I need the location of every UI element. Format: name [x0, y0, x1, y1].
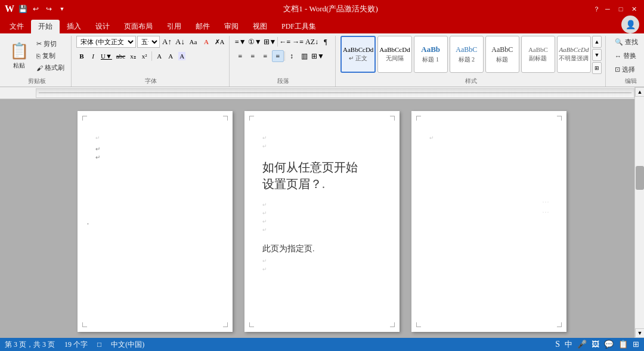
underline-button[interactable]: U▼ — [99, 50, 114, 62]
font-color-button[interactable]: A — [165, 50, 176, 62]
format-paint-button[interactable]: 🖌 格式刷 — [33, 62, 67, 73]
tab-file[interactable]: 文件 — [2, 20, 31, 33]
style-heading1[interactable]: AaBb 标题 1 — [414, 36, 448, 73]
text-effect-button[interactable]: A — [200, 36, 212, 48]
expand-icon[interactable]: ⊞ — [633, 340, 639, 349]
tab-layout[interactable]: 页面布局 — [117, 20, 160, 33]
decrease-indent-button[interactable]: ←≡ — [278, 36, 291, 48]
change-case-button[interactable]: Aa — [187, 36, 199, 48]
page2-corner-br — [390, 322, 395, 327]
scroll-down-button[interactable]: ▼ — [635, 328, 644, 338]
increase-font-button[interactable]: A↑ — [161, 36, 173, 48]
track-changes-icon[interactable]: □ — [97, 340, 101, 349]
style-subtitle[interactable]: AaBbC 副标题 — [521, 36, 555, 73]
scroll-up-button[interactable]: ▲ — [635, 87, 644, 97]
shading-para-button[interactable]: ▥ — [298, 50, 310, 62]
tab-insert[interactable]: 插入 — [60, 20, 88, 33]
save-icon[interactable]: 💾 — [17, 3, 29, 15]
cut-button[interactable]: ✂ 剪切 — [33, 38, 67, 50]
status-icon2[interactable]: 💬 — [604, 340, 614, 349]
bullets-button[interactable]: ≡▼ — [234, 36, 247, 48]
editing-buttons: 🔍 查找 ↔ 替换 ⊡ 选择 — [611, 36, 642, 76]
shading-button[interactable]: A — [177, 50, 187, 62]
status-icon1[interactable]: 🖼 — [592, 340, 599, 349]
tab-pdf[interactable]: PDF工具集 — [274, 20, 323, 33]
close-button[interactable]: ✕ — [628, 4, 639, 14]
numbering-button[interactable]: ①▼ — [247, 36, 262, 48]
language-indicator[interactable]: 中文(中国) — [111, 340, 144, 350]
bold-button[interactable]: B — [76, 50, 87, 62]
align-left-button[interactable]: ≡ — [234, 50, 246, 62]
italic-button[interactable]: I — [88, 50, 98, 62]
page-indicator[interactable]: 第 3 页，共 3 页 — [5, 340, 55, 350]
replace-button[interactable]: ↔ 替换 — [611, 50, 642, 62]
tab-home[interactable]: 开始 — [31, 20, 60, 33]
chinese-input-icon[interactable]: 中 — [565, 339, 572, 350]
subscript-button[interactable]: x₂ — [128, 50, 138, 62]
tab-view[interactable]: 视图 — [246, 20, 274, 33]
title-right-controls: ？ ─ □ ✕ — [593, 4, 639, 14]
font-name-select[interactable]: 宋体 (中文正文 — [76, 36, 136, 48]
sogou-icon[interactable]: S — [555, 340, 560, 349]
select-button[interactable]: ⊡ 选择 — [611, 63, 642, 76]
sort-button[interactable]: AZ↓ — [305, 36, 319, 48]
style-subtitle-preview: AaBbC — [528, 46, 548, 53]
style-subtle-em[interactable]: AaBbCcDd 不明显强调 — [557, 36, 591, 73]
select-label: 选择 — [622, 65, 635, 74]
show-marks-button[interactable]: ¶ — [320, 36, 332, 48]
user-avatar[interactable]: 👤 — [621, 16, 639, 33]
restore-button[interactable]: □ — [615, 4, 626, 14]
undo-icon[interactable]: ↩ — [30, 3, 42, 15]
text-highlight-button[interactable]: A — [154, 50, 165, 62]
status-icon3[interactable]: 📋 — [618, 340, 628, 349]
paragraph-group: ≡▼ ①▼ ⊞▼ ←≡ →≡ AZ↓ ¶ ≡ ≡ ≡ ≡ ↕ ▥ ⊞▼ 段落 — [231, 36, 336, 87]
style-title[interactable]: AaBbC 标题 — [485, 36, 519, 73]
styles-more-button[interactable]: ⊞ — [592, 62, 602, 74]
align-row: ≡ ≡ ≡ ≡ ↕ ▥ ⊞▼ — [234, 50, 332, 62]
decrease-font-button[interactable]: A↓ — [174, 36, 186, 48]
line-spacing-button[interactable]: ↕ — [286, 50, 298, 62]
scroll-thumb[interactable] — [636, 166, 644, 190]
minimize-button[interactable]: ─ — [602, 4, 613, 14]
multilevel-list-button[interactable]: ⊞▼ — [263, 36, 277, 48]
paste-icon: 📋 — [10, 42, 29, 60]
tab-mailings[interactable]: 邮件 — [188, 20, 217, 33]
word-count[interactable]: 19 个字 — [64, 340, 88, 350]
page1-corner-br — [223, 322, 228, 327]
superscript-button[interactable]: x² — [139, 50, 150, 62]
styles-scroll-up-button[interactable]: ▲ — [592, 36, 602, 48]
paste-label: 粘贴 — [13, 61, 25, 70]
increase-indent-button[interactable]: →≡ — [292, 36, 304, 48]
find-button[interactable]: 🔍 查找 — [611, 36, 642, 48]
font-size-select[interactable]: 五号 — [137, 36, 160, 48]
border-button[interactable]: ⊞▼ — [311, 50, 325, 62]
mic-icon[interactable]: 🎤 — [577, 340, 587, 349]
customize-icon[interactable]: ▼ — [56, 3, 68, 15]
tab-review[interactable]: 审阅 — [217, 20, 246, 33]
clear-format-button[interactable]: ✗A — [213, 36, 225, 48]
align-right-button[interactable]: ≡ — [259, 50, 271, 62]
page-count: 第 3 页，共 3 页 — [5, 340, 55, 350]
help-icon[interactable]: ？ — [593, 5, 600, 14]
paste-button[interactable]: 📋 粘贴 — [6, 39, 32, 73]
page2-corner-tl — [249, 116, 254, 121]
font-name-row: 宋体 (中文正文 五号 A↑ A↓ Aa A ✗A — [76, 36, 225, 48]
styles-scroll-down-button[interactable]: ▼ — [592, 49, 602, 61]
title-text: 文档1 - Word(产品激活失败) — [68, 4, 593, 14]
strikethrough-button[interactable]: abc — [114, 50, 127, 62]
justify-button[interactable]: ≡ — [272, 50, 284, 62]
copy-button[interactable]: ⎘ 复制 — [33, 50, 67, 61]
redo-icon[interactable]: ↪ — [43, 3, 55, 15]
ruler — [0, 87, 644, 99]
style-nospace[interactable]: AaBbCcDd 无间隔 — [377, 36, 411, 73]
style-nospace-name: 无间隔 — [386, 54, 404, 63]
page2-content: ↵ ↵ 如何从任意页开始设置页眉？. ↵ ↵ ↵ ↵ 此页为指定页. ↵ ↵ — [262, 135, 382, 272]
tab-references[interactable]: 引用 — [160, 20, 188, 33]
style-normal[interactable]: AaBbCcDd ↵ 正文 — [340, 36, 376, 73]
align-center-button[interactable]: ≡ — [247, 50, 259, 62]
styles-group: AaBbCcDd ↵ 正文 AaBbCcDd 无间隔 AaBb 标题 1 AaB… — [337, 36, 606, 87]
style-heading2[interactable]: AaBbC 标题 2 — [450, 36, 484, 73]
copy-icon: ⎘ — [36, 53, 41, 60]
tab-design[interactable]: 设计 — [88, 20, 117, 33]
style-heading2-name: 标题 2 — [459, 56, 475, 64]
